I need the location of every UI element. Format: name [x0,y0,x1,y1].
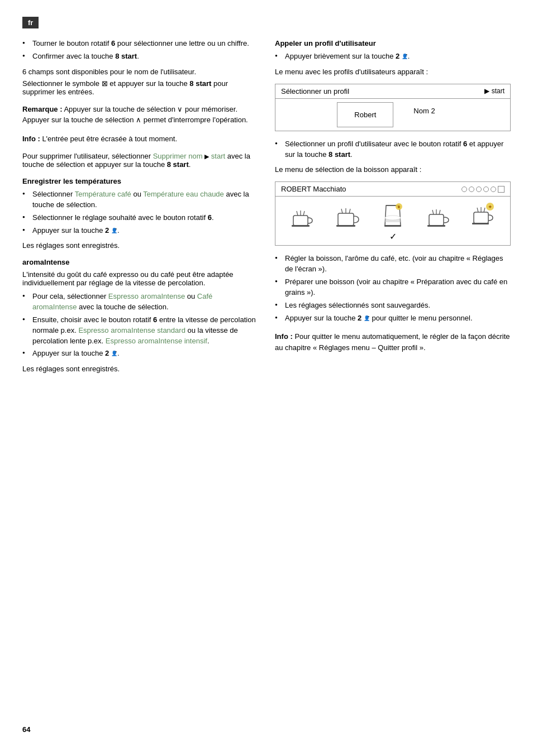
bold-8start: 8 start [115,52,137,60]
bold-2-2: 2 [105,349,109,357]
svg-point-11 [385,216,401,220]
coffee-cup-svg-3 [426,204,450,228]
temperatures-section: Enregistrer les températures Sélectionne… [22,176,258,250]
dot-3 [476,186,482,192]
intro-section: Tourner le bouton rotatif 6 pour sélecti… [22,39,258,96]
bold-8start-3: 8 start [167,160,189,169]
profile-box-header: Sélectionner un profil ▶ start [275,84,510,99]
temperatures-text-after: Les réglages sont enregistrés. [22,241,258,250]
profile-name-robert[interactable]: Robert [337,102,393,127]
svg-rect-5 [338,213,354,226]
dot-2 [469,186,474,192]
bev-title: ROBERT Macchiato [281,185,346,193]
svg-line-16 [432,210,434,214]
svg-rect-24 [472,223,489,224]
person-icon-1: 👤̂ [111,228,117,233]
bold-6-3: 6 [153,315,157,324]
temp-cafe: Température café [75,190,131,198]
two-column-layout: Tourner le bouton rotatif 6 pour sélecti… [22,39,511,714]
profile-name-nom2[interactable]: Nom 2 [397,99,451,131]
appeler-list: Appuyer brièvement sur la touche 2 👤̂. [275,51,511,62]
select-profile-list: Sélectionner un profil d'utilisateur ave… [275,139,511,160]
dot-square [498,186,505,193]
person-icon-2: 👤̂ [111,351,117,357]
remarque-text: Remarque : Appuyer sur la touche de séle… [22,104,258,126]
bev-icon-3[interactable]: ✦ [378,201,408,228]
aroma-list: Pour cela, sélectionner Espresso aromaIn… [22,291,258,359]
bev-icon-5[interactable]: ✦ [468,201,499,228]
lang-badge: fr [22,17,39,28]
page-number: 64 [22,725,511,734]
svg-rect-9 [336,225,355,227]
info-label-1: Info : [22,135,40,143]
bev-checkmark: ✓ [275,230,510,245]
svg-line-6 [341,209,342,213]
list-item: Appuyer brièvement sur la touche 2 👤̂. [275,51,511,62]
bold-2: 2 [105,226,109,235]
svg-text:✦: ✦ [397,204,401,210]
person-icon-3: 👤̂ [402,54,408,59]
dot-5 [491,186,496,192]
checkmark-icon: ✓ [389,231,397,242]
intro-text-1: 6 champs sont disponibles pour le nom de… [22,68,258,76]
bev-bullets-list: Régler la boisson, l'arôme du café, etc.… [275,253,511,323]
bev-icon-1[interactable] [287,201,318,228]
svg-line-8 [349,209,350,213]
bold-6-2: 6 [208,213,212,222]
svg-rect-15 [429,214,444,226]
list-item: Pour cela, sélectionner Espresso aromaIn… [22,291,258,313]
right-column: Appeler un profil d'utilisateur Appuyer … [275,39,511,714]
info-text-1: Info : L'entrée peut être écrasée à tout… [22,133,258,145]
bev-bullets-section: Régler la boisson, l'arôme du café, etc.… [275,253,511,323]
left-column: Tourner le bouton rotatif 6 pour sélecti… [22,39,258,714]
delete-menu-text: Supprimer nom [153,152,203,160]
list-item: Appuyer sur la touche 2 👤̂. [22,226,258,236]
info-label-right: Info : [275,332,293,341]
temp-eau: Température eau chaude [143,190,224,198]
bev-icon-2[interactable] [332,201,363,228]
bev-icon-4[interactable] [423,201,454,228]
select-profile-section: Sélectionner un profil d'utilisateur ave… [275,139,511,174]
espresso-std: Espresso aromaIntense standard [78,326,185,334]
list-item: Sélectionner un profil d'utilisateur ave… [275,139,511,160]
svg-line-18 [439,210,440,214]
svg-line-21 [477,208,478,212]
bold-8start-2: 8 start [189,79,211,88]
info-text-right: Info : Pour quitter le menu automatiquem… [275,331,511,353]
profile-start-btn: ▶ start [484,87,505,95]
delete-text: Pour supprimer l'utilisateur, sélectionn… [22,152,258,169]
svg-rect-4 [292,225,310,227]
list-item: Confirmer avec la touche 8 start. [22,51,258,62]
coffee-cup-svg-4: ✦ [471,202,496,228]
dots-row [461,186,505,193]
beverage-selection-box: ROBERT Macchiato [275,181,511,246]
svg-line-1 [297,211,298,216]
profile-names-row: Robert Nom 2 [275,99,510,131]
bold-6: 6 [111,39,115,47]
bold-8start-4: 8 start [329,150,350,159]
list-item: Les réglages sélectionnés sont sauvegard… [275,300,511,311]
delete-para: Pour supprimer l'utilisateur, sélectionn… [22,152,258,169]
svg-rect-0 [293,216,308,226]
dot-4 [483,186,489,192]
latte-glass-svg: ✦ [380,202,405,228]
person-icon-4: 👤̂ [364,315,370,321]
espresso-int: Espresso aromaIntense intensif [106,337,207,345]
appeler-section: Appeler un profil d'utilisateur Appuyer … [275,39,511,76]
list-item: Sélectionner Température café ou Tempéra… [22,189,258,210]
dot-1 [461,186,467,192]
svg-rect-12 [384,225,401,227]
bold-2-4: 2 [358,314,361,322]
aroma-heading: aromaIntense [22,257,258,268]
start-text: start [211,152,225,160]
remarque-label: Remarque : [22,105,63,113]
svg-line-23 [484,208,485,212]
list-item: Tourner le bouton rotatif 6 pour sélecti… [22,39,258,49]
list-item: Ensuite, choisir avec le bouton rotatif … [22,315,258,347]
list-item: Sélectionner le réglage souhaité avec le… [22,213,258,223]
svg-line-3 [303,211,304,216]
profile-selector-box: Sélectionner un profil ▶ start Robert No… [275,84,511,131]
info-block-1: Info : L'entrée peut être écrasée à tout… [22,133,258,145]
appeler-text: Le menu avec les profils d'utilisateurs … [275,68,511,76]
temperatures-heading: Enregistrer les températures [22,176,258,187]
